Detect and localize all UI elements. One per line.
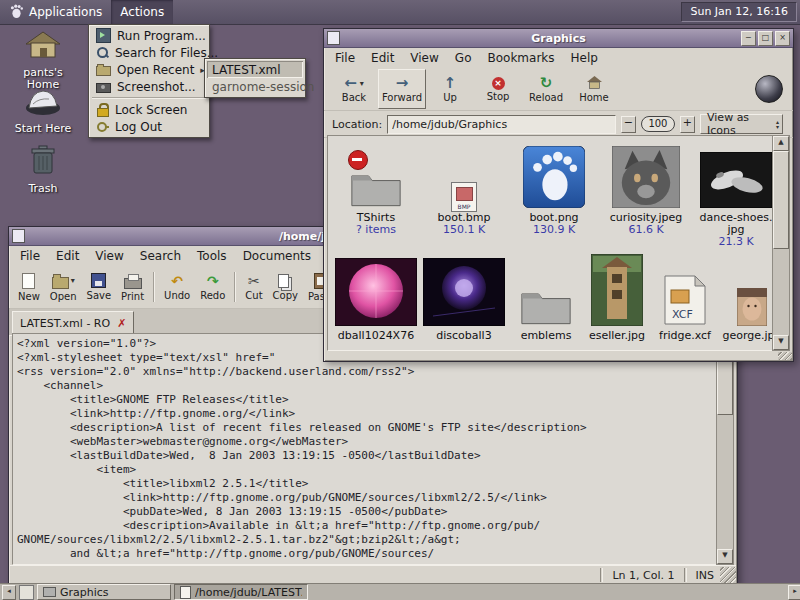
home-button[interactable]: Home	[570, 69, 618, 109]
print-button[interactable]: Print	[117, 268, 148, 306]
file-boot-bmp[interactable]: BMP boot.bmp 150.1 K	[420, 146, 508, 248]
actions-dropdown-menu: Run Program... Search for Files... Open …	[88, 24, 210, 138]
up-button[interactable]: ↑ Up	[426, 69, 474, 109]
graphics-titlebar[interactable]: Graphics ─ □ ×	[324, 29, 793, 48]
menu-edit[interactable]: Edit	[48, 247, 87, 265]
file-boot-png[interactable]: boot.png 130.9 K	[508, 146, 600, 248]
open-dropdown-icon[interactable]: ▾	[71, 276, 75, 285]
menu-item-log-out[interactable]: Log Out	[91, 118, 207, 135]
no-read-emblem-icon	[348, 150, 368, 170]
clock-applet[interactable]: Sun Jan 12, 16:16	[681, 2, 797, 22]
folder-icon	[96, 66, 111, 76]
undo-button[interactable]: ↶ Undo	[160, 268, 194, 306]
window-title: Graphics	[324, 32, 793, 45]
menu-search[interactable]: Search	[132, 247, 189, 265]
menu-item-run-program[interactable]: Run Program...	[91, 27, 207, 44]
zoom-out-button[interactable]: −	[621, 116, 636, 133]
desktop-icon-start-here[interactable]: Start Here	[6, 84, 80, 135]
menu-go[interactable]: Go	[447, 49, 480, 67]
save-button[interactable]: Save	[83, 268, 116, 306]
desktop: pants's Home Start Here Trash	[0, 0, 800, 600]
new-button[interactable]: New	[14, 268, 44, 306]
scrollbar-thumb[interactable]	[773, 151, 789, 249]
menu-tools[interactable]: Tools	[189, 247, 235, 265]
scrollbar-trough[interactable]	[773, 249, 789, 335]
menu-item-lock-screen[interactable]: Lock Screen	[91, 101, 207, 118]
bmp-file-icon: BMP	[451, 182, 477, 212]
back-button[interactable]: ← ▾ Back	[330, 69, 378, 109]
back-dropdown-icon[interactable]: ▾	[360, 79, 364, 88]
menu-view[interactable]: View	[402, 49, 446, 67]
desktop-icon-home[interactable]: pants's Home	[6, 30, 80, 91]
redo-button[interactable]: ↷ Redo	[196, 268, 229, 306]
zoom-in-button[interactable]: +	[680, 116, 695, 133]
graphics-scrollbar[interactable]: ▲ ▼	[772, 135, 790, 351]
actions-menu-button[interactable]: Actions	[111, 0, 173, 24]
scroll-down-icon[interactable]: ▼	[773, 335, 789, 350]
desktop-icon-trash[interactable]: Trash	[6, 144, 80, 195]
file-eseller-jpg[interactable]: eseller.jpg	[584, 256, 650, 342]
menu-item-screenshot[interactable]: Screenshot...	[91, 78, 207, 95]
code-line: <lastBuildDate>Wed, 8 Jan 2003 13:19:15 …	[17, 449, 717, 463]
menu-view[interactable]: View	[87, 247, 131, 265]
menu-file[interactable]: File	[12, 247, 48, 265]
maximize-button[interactable]: □	[758, 31, 773, 46]
menu-documents[interactable]: Documents	[235, 247, 319, 265]
resize-grip[interactable]	[720, 567, 736, 583]
file-emblems[interactable]: emblems	[508, 256, 584, 342]
file-curiosity-jpeg[interactable]: curiosity.jpeg 61.6 K	[600, 146, 692, 248]
xcf-file-icon: XCF	[663, 274, 707, 330]
applications-menu-button[interactable]: Applications	[0, 0, 111, 24]
file-george-jpg[interactable]: george.jpg	[720, 256, 774, 342]
menu-help[interactable]: Help	[563, 49, 606, 67]
task-button-editor[interactable]: /home/jdub/LATEST.xm	[174, 584, 308, 600]
panel-hide-left-button[interactable]: ◂	[2, 585, 16, 600]
minimize-button[interactable]: ─	[741, 31, 756, 46]
text-editing-area[interactable]: <?xml version="1.0"?> <?xml-stylesheet t…	[12, 333, 718, 565]
reload-button[interactable]: ↻ Reload	[522, 69, 570, 109]
submenu-item-garnome-session[interactable]: garnome-session	[207, 78, 303, 95]
location-label: Location:	[332, 118, 382, 131]
code-line: <description>Available in &lt;a href="ht…	[17, 519, 717, 533]
scroll-up-icon[interactable]: ▲	[773, 136, 789, 151]
task-button-graphics[interactable]: Graphics	[37, 584, 171, 600]
tab-close-icon[interactable]: ✗	[117, 317, 126, 330]
throbber-icon	[755, 75, 783, 103]
menu-item-open-recent[interactable]: Open Recent ▸	[91, 61, 207, 78]
file-tshirts[interactable]: TShirts ? items	[332, 146, 420, 248]
desktop-icon-label: Trash	[28, 183, 57, 195]
folder-icon	[520, 286, 572, 330]
menu-edit[interactable]: Edit	[363, 49, 402, 67]
stop-button[interactable]: × Stop	[474, 69, 522, 109]
tab-latest-xml[interactable]: LATEST.xml - RO ✗	[12, 311, 134, 335]
menu-file[interactable]: File	[327, 49, 363, 67]
submenu-item-latest-xml[interactable]: LATEST.xml	[207, 61, 303, 78]
copy-button[interactable]: Copy	[269, 268, 302, 306]
statusbar-separator	[684, 568, 687, 582]
editor-scrollbar[interactable]: ▲ ▼	[716, 333, 734, 565]
cursor-position: Ln 1, Col. 1	[606, 569, 680, 582]
toolbar-separator	[234, 272, 236, 302]
view-mode-select[interactable]: View as Icons ▴▾	[700, 114, 783, 134]
shoes-photo-thumbnail	[700, 152, 772, 212]
menu-bookmarks[interactable]: Bookmarks	[479, 49, 562, 67]
location-input[interactable]	[387, 115, 616, 134]
cut-button[interactable]: ✂ Cut	[241, 268, 266, 306]
file-fridge-xcf[interactable]: XCF fridge.xcf	[650, 256, 720, 342]
forward-button[interactable]: → Forward	[378, 69, 426, 109]
open-button[interactable]: ▾ Open	[46, 268, 81, 306]
svg-text:XCF: XCF	[672, 308, 693, 321]
code-line: <webMaster>webmaster@gnome.org</webMaste…	[17, 435, 717, 449]
menu-item-search-for-files[interactable]: Search for Files...	[91, 44, 207, 61]
file-icon-view[interactable]: TShirts ? items BMP boot.bmp 150.1 K	[327, 135, 774, 351]
code-line: <link>http://ftp.gnome.org/pub/GNOME/sou…	[17, 491, 717, 505]
file-dance-shoes-jpg[interactable]: dance-shoes. jpg 21.3 K	[692, 146, 774, 248]
panel-hide-right-button[interactable]: ▸	[788, 585, 800, 600]
file-dball1024[interactable]: dball1024X76	[332, 256, 420, 342]
resize-grip[interactable]	[778, 352, 792, 360]
scrollbar-trough[interactable]	[717, 415, 733, 549]
scroll-down-icon[interactable]: ▼	[717, 549, 733, 564]
stop-icon: ×	[492, 77, 505, 90]
close-button[interactable]: ×	[775, 31, 790, 46]
file-discoball3[interactable]: discoball3	[420, 256, 508, 342]
